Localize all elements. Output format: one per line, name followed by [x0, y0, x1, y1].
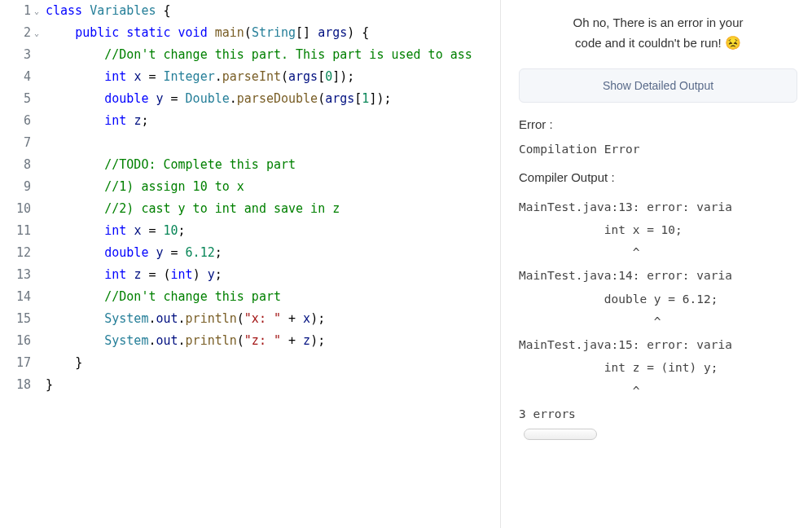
code-line[interactable] [46, 132, 500, 154]
code-line[interactable]: System.out.println("x: " + x); [46, 308, 500, 330]
code-line[interactable]: //2) cast y to int and save in z [46, 198, 500, 220]
code-line[interactable]: class Variables { [46, 0, 500, 22]
banner-text-1: Oh no, There is an error in your [573, 15, 744, 29]
code-line[interactable]: double y = Double.parseDouble(args[1]); [46, 88, 500, 110]
code-line[interactable]: //1) assign 10 to x [46, 176, 500, 198]
code-line[interactable]: } [46, 374, 500, 396]
code-line[interactable]: int x = Integer.parseInt(args[0]); [46, 66, 500, 88]
code-content[interactable]: class Variables { public static void mai… [46, 0, 500, 396]
error-text: Compilation Error [519, 143, 797, 156]
code-line[interactable]: //TODO: Complete this part [46, 154, 500, 176]
code-line[interactable]: double y = 6.12; [46, 242, 500, 264]
fold-chevron-icon[interactable]: ⌄ [34, 0, 39, 22]
banner-text-2: code and it couldn't be run! [575, 36, 722, 50]
error-banner: Oh no, There is an error in your code an… [519, 13, 797, 54]
show-detailed-output-button[interactable]: Show Detailed Output [519, 68, 797, 103]
sad-face-icon: 😣 [725, 36, 741, 50]
code-line[interactable]: int x = 10; [46, 220, 500, 242]
code-line[interactable]: //Don't change this part [46, 286, 500, 308]
code-line[interactable]: //Don't change this part. This part is u… [46, 44, 500, 66]
code-line[interactable]: } [46, 352, 500, 374]
code-line[interactable]: public static void main(String[] args) { [46, 22, 500, 44]
output-panel: Oh no, There is an error in your code an… [501, 0, 812, 528]
horizontal-scrollbar-thumb[interactable] [524, 429, 597, 440]
line-number-gutter: 1⌄2⌄3456789101112131415161718 [0, 0, 36, 396]
code-line[interactable]: int z; [46, 110, 500, 132]
compiler-output: MainTest.java:13: error: varia int x = 1… [519, 196, 797, 426]
code-editor[interactable]: 1⌄2⌄3456789101112131415161718 class Vari… [0, 0, 501, 528]
code-line[interactable]: System.out.println("z: " + z); [46, 330, 500, 352]
compiler-output-label: Compiler Output : [519, 170, 797, 184]
fold-chevron-icon[interactable]: ⌄ [34, 22, 39, 44]
error-label: Error : [519, 117, 797, 131]
code-line[interactable]: int z = (int) y; [46, 264, 500, 286]
